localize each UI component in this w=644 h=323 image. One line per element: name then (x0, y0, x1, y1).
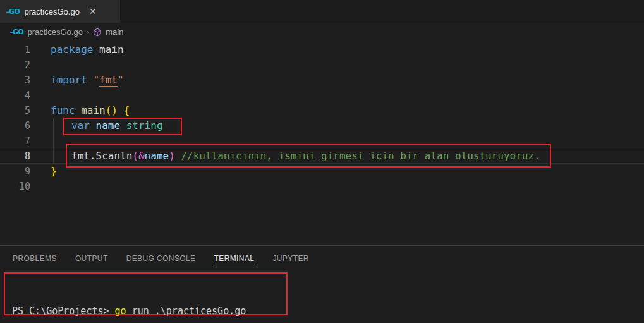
code-token: main (99, 44, 124, 56)
code-token: ( (132, 150, 138, 162)
code-line-content: fmt.Scanln(&name) //kullanıcının, ismini… (51, 149, 540, 164)
terminal-command-line: PS C:\GoProjects> go run .\practicesGo.g… (12, 304, 246, 318)
go-file-icon: -GO (10, 28, 23, 36)
line-number: 2 (0, 59, 30, 71)
line-number: 6 (0, 120, 30, 131)
line-number: 4 (0, 90, 30, 101)
line-number: 9 (0, 166, 30, 177)
code-token: name (96, 119, 121, 131)
breadcrumb-file[interactable]: practicesGo.go (27, 27, 82, 37)
code-token: //kullanıcının, ismini girmesi için bir … (181, 150, 540, 162)
code-token (175, 150, 181, 162)
terminal[interactable]: PS C:\GoProjects> go run .\practicesGo.g… (12, 276, 246, 323)
code-token: ) (169, 150, 175, 162)
code-token: { (124, 104, 130, 116)
code-token: & (138, 150, 145, 162)
code-line[interactable]: 2 (0, 58, 644, 73)
code-line[interactable]: 6var name string (0, 118, 644, 133)
code-token: string (126, 119, 163, 131)
code-line-content: } (51, 164, 57, 179)
code-token: () (106, 104, 118, 116)
code-token: fmt.Scanln (71, 150, 132, 162)
code-token (118, 104, 124, 116)
code-line-content: func main() { (51, 103, 130, 118)
panel-tab-terminal[interactable]: TERMINAL (214, 254, 255, 267)
code-token (90, 119, 96, 131)
breadcrumb-symbol[interactable]: main (106, 27, 123, 37)
code-token: main (81, 104, 106, 116)
tab-bar: -GO practicesGo.go ✕ (0, 0, 644, 23)
code-token: } (51, 165, 57, 177)
line-number: 1 (0, 44, 30, 56)
code-token: package (51, 44, 93, 56)
code-token: func (51, 104, 75, 116)
code-line[interactable]: 7 (0, 133, 644, 149)
code-token (75, 104, 82, 116)
close-icon[interactable]: ✕ (89, 7, 97, 16)
line-number: 7 (0, 135, 30, 147)
code-token (93, 44, 99, 56)
breadcrumb: -GO practicesGo.go › main (0, 23, 644, 41)
terminal-command: go (115, 305, 126, 317)
code-token: fmt (99, 74, 118, 87)
code-line-content: var name string (51, 118, 163, 133)
code-line[interactable]: 4 (0, 88, 644, 103)
go-file-icon: -GO (6, 8, 20, 16)
code-editor[interactable]: 1package main23import "fmt"45func main()… (0, 42, 644, 194)
code-token: name (145, 150, 169, 162)
tab-label: practicesGo.go (24, 7, 79, 16)
code-line[interactable]: 8fmt.Scanln(&name) //kullanıcının, ismin… (0, 149, 644, 164)
code-line-content: import "fmt" (51, 73, 124, 88)
terminal-args: run .\practicesGo.go (126, 305, 246, 317)
tab-practicesgo[interactable]: -GO practicesGo.go ✕ (0, 0, 120, 23)
code-token (120, 119, 126, 131)
panel-tab-problems[interactable]: PROBLEMS (13, 254, 57, 267)
code-token: " (118, 74, 124, 86)
line-number: 3 (0, 75, 30, 86)
code-line[interactable]: 5func main() { (0, 103, 644, 118)
code-token (87, 74, 94, 86)
code-line-content: package main (51, 42, 124, 58)
code-token: import (51, 74, 87, 86)
code-line[interactable]: 3import "fmt" (0, 73, 644, 88)
code-line[interactable]: 1package main (0, 42, 644, 58)
breadcrumb-separator: › (87, 27, 89, 37)
code-line[interactable]: 9} (0, 164, 644, 179)
line-number: 5 (0, 105, 30, 116)
panel-tab-debug-console[interactable]: DEBUG CONSOLE (126, 254, 196, 267)
panel-tab-bar: PROBLEMSOUTPUTDEBUG CONSOLETERMINALJUPYT… (0, 246, 644, 271)
package-symbol-icon (93, 28, 102, 37)
line-number: 10 (0, 181, 30, 192)
code-token: var (71, 119, 90, 131)
panel-tab-output[interactable]: OUTPUT (75, 254, 108, 267)
code-lines: 1package main23import "fmt"45func main()… (0, 42, 644, 194)
panel-tab-jupyter[interactable]: JUPYTER (272, 254, 308, 267)
code-line[interactable]: 10 (0, 179, 644, 194)
code-token: " (93, 74, 99, 86)
terminal-prompt: PS C:\GoProjects> (12, 305, 115, 317)
line-number: 8 (0, 150, 30, 162)
